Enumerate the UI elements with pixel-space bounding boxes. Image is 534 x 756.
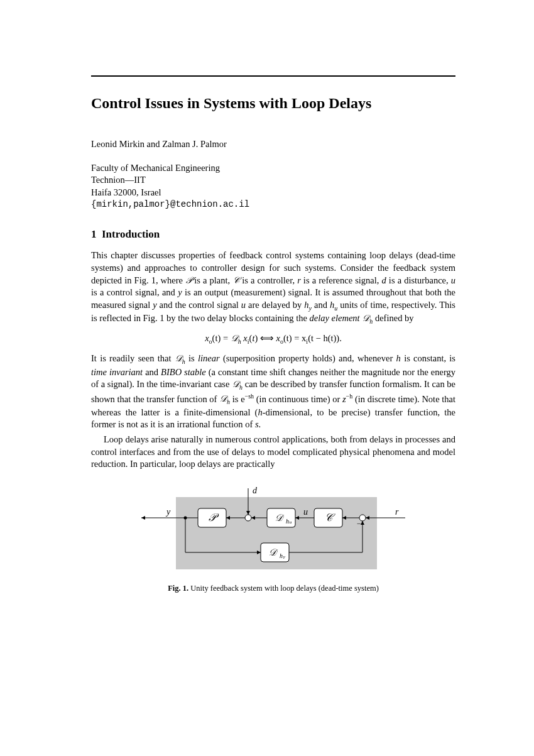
sym-C: 𝒞: [232, 275, 239, 285]
p1d: is a reference signal,: [301, 275, 382, 285]
equation-1: xo(t) = 𝒟h xi(t) ⟺ xo(t) = xi(t − h(t)).: [91, 333, 455, 345]
exp-sh: −sh: [245, 393, 254, 400]
para-3: Loop delays arise naturally in numerous …: [91, 434, 455, 471]
affil-email: {mirkin,palmor}@technion.ac.il: [91, 199, 455, 211]
svg-text:y: y: [165, 507, 171, 517]
svg-marker-23: [141, 516, 145, 520]
exp-h: −h: [346, 393, 353, 400]
svg-point-33: [184, 516, 187, 519]
p2d: (superposition property holds) and, when…: [220, 353, 396, 363]
fig-text: Unity feedback system with loop delays (…: [188, 584, 379, 593]
affil-line1: Faculty of Mechanical Engineering: [91, 162, 455, 175]
paper-title: Control Issues in Systems with Loop Dela…: [91, 94, 455, 112]
authors: Leonid Mirkin and Zalman J. Palmor: [91, 139, 455, 150]
sym-Dh2: 𝒟h: [175, 353, 185, 363]
svg-text:−: −: [357, 519, 361, 528]
sym-Dh4: 𝒟h: [219, 393, 230, 403]
p1h: and the control signal: [157, 300, 241, 310]
p1j: and: [312, 300, 330, 310]
p2k: is e: [230, 393, 244, 403]
sym-h2: h: [258, 407, 262, 417]
section-heading: 1 Introduction: [91, 228, 455, 241]
section-title: Introduction: [102, 228, 160, 240]
sym-h: h: [396, 353, 401, 363]
sym-d: d: [382, 275, 386, 285]
sym-Dh3: 𝒟h: [232, 379, 242, 389]
p2b: is: [185, 353, 198, 363]
sym-Dh: 𝒟h: [362, 313, 373, 323]
svg-text:u: u: [303, 507, 308, 517]
sym-hy: hy: [304, 300, 312, 310]
p1m: defined by: [373, 313, 413, 323]
affil-line3: Haifa 32000, Israel: [91, 187, 455, 199]
p1e: is a disturbance,: [386, 275, 451, 285]
figure-1: 𝒞 𝒟 hᵤ 𝒫: [91, 483, 455, 593]
term-linear: linear: [198, 353, 220, 363]
sym-u: u: [451, 275, 455, 285]
para-2: It is readily seen that 𝒟h is linear (su…: [91, 353, 455, 431]
p2e: is constant, is: [401, 353, 455, 363]
sym-P: 𝒫: [185, 275, 192, 285]
section-number: 1: [91, 228, 97, 240]
p1i: are delayed by: [246, 300, 304, 310]
delay-element-term: delay element: [310, 313, 360, 323]
affiliation: Faculty of Mechanical Engineering Techni…: [91, 162, 455, 211]
svg-point-17: [245, 515, 251, 521]
svg-text:d: d: [253, 486, 258, 495]
fig-label: Fig. 1.: [168, 584, 188, 593]
p2o: .: [259, 419, 261, 429]
term-bibo: BIBO stable: [161, 367, 206, 377]
affil-line2: Technion—IIT: [91, 174, 455, 187]
block-diagram: 𝒞 𝒟 hᵤ 𝒫: [141, 483, 405, 578]
term-ti: time invariant: [91, 367, 143, 377]
para-1: This chapter discusses properties of fee…: [91, 249, 455, 326]
p2l: (in continuous time) or: [254, 393, 342, 403]
p1f: is a control signal, and: [91, 287, 178, 297]
top-rule: [91, 75, 455, 77]
p2g: and: [143, 367, 161, 377]
sym-hu: hu: [330, 300, 337, 310]
svg-text:r: r: [395, 507, 399, 517]
svg-text:hᵧ: hᵧ: [280, 552, 286, 559]
figure-caption: Fig. 1. Unity feedback system with loop …: [91, 584, 455, 593]
p1b: is a plant,: [192, 275, 232, 285]
svg-text:hᵤ: hᵤ: [286, 518, 292, 525]
p1c: is a controller,: [239, 275, 297, 285]
p2a: It is readily seen that: [91, 353, 175, 363]
